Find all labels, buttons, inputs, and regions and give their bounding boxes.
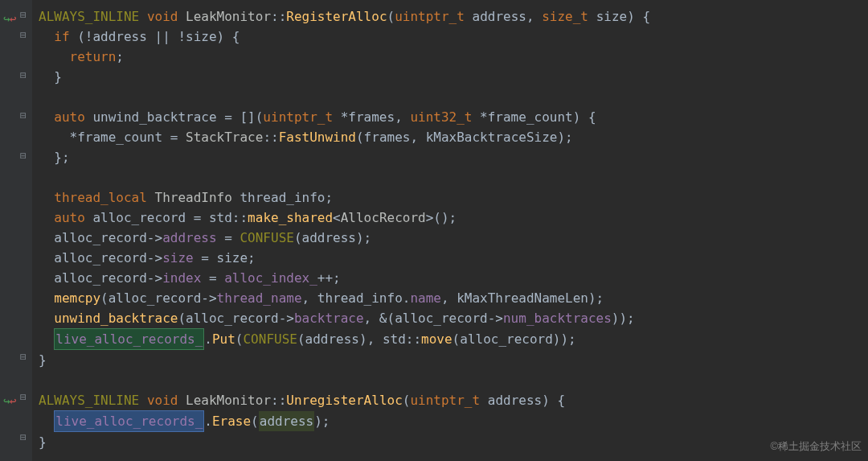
identifier: thread_info — [317, 288, 403, 308]
function-token: unwind_backtrace — [54, 308, 178, 328]
code-line[interactable]: }; — [39, 147, 868, 167]
fold-end-icon[interactable]: ⊟ — [18, 351, 29, 362]
code-line[interactable]: } — [39, 350, 868, 370]
code-line[interactable]: live_alloc_records_.Put(CONFUSE(address)… — [39, 328, 868, 350]
highlighted-identifier: live_alloc_records_ — [54, 328, 204, 350]
function-token: Put — [212, 329, 235, 349]
identifier: address — [92, 27, 146, 47]
macro-token: CONFUSE — [240, 228, 293, 248]
code-line[interactable]: return; — [39, 47, 868, 67]
fold-end-icon[interactable]: ⊟ — [18, 431, 29, 442]
field-token: index — [162, 268, 201, 288]
code-line[interactable]: thread_local ThreadInfo thread_info; — [39, 187, 868, 208]
code-line[interactable]: alloc_record->index = alloc_index_++; — [39, 268, 868, 288]
class-token: AllocRecord — [341, 208, 426, 228]
type-token: uint32_t — [410, 107, 472, 127]
code-line[interactable]: *frame_count = StackTrace::FastUnwind(fr… — [39, 127, 868, 147]
param-token: frame_count — [488, 107, 573, 127]
fold-toggle-icon[interactable]: ⊟ — [18, 9, 29, 20]
type-token: uintptr_t — [410, 390, 480, 410]
field-token: num_backtraces — [503, 308, 612, 328]
keyword-token: auto — [54, 107, 85, 127]
field-token: thread_name — [217, 288, 302, 308]
code-line[interactable]: if (!address || !size) { — [39, 27, 868, 47]
fold-end-icon[interactable]: ⊟ — [18, 150, 29, 161]
function-token: move — [421, 329, 452, 349]
identifier: address — [305, 329, 359, 349]
identifier: frame_count — [77, 127, 162, 147]
identifier: alloc_record — [54, 248, 147, 268]
highlighted-identifier: live_alloc_records_ — [54, 410, 204, 432]
identifier: alloc_record — [395, 308, 488, 328]
type-token: size_t — [542, 6, 588, 27]
watermark-text: ©稀土掘金技术社区 — [770, 436, 862, 456]
field-token: backtrace — [294, 308, 364, 328]
keyword-token: auto — [54, 208, 85, 228]
highlighted-param: address — [259, 411, 314, 431]
field-token: address — [162, 228, 216, 248]
function-token: memcpy — [54, 288, 100, 308]
class-token: LeakMonitor — [186, 6, 271, 27]
code-line[interactable] — [39, 167, 868, 187]
keyword-token: return — [70, 47, 117, 67]
code-line[interactable]: } — [39, 432, 868, 452]
identifier: size — [217, 248, 248, 268]
class-token: StackTrace — [186, 127, 263, 147]
code-line[interactable]: alloc_record->size = size; — [39, 248, 868, 268]
field-token: size — [162, 248, 194, 268]
code-line[interactable]: memcpy(alloc_record->thread_name, thread… — [39, 288, 868, 308]
code-line[interactable]: ALWAYS_INLINE void LeakMonitor::Register… — [39, 6, 868, 27]
fold-toggle-icon[interactable]: ⊟ — [18, 391, 29, 402]
function-token: FastUnwind — [279, 127, 356, 147]
function-token: make_shared — [248, 208, 333, 228]
function-token: RegisterAlloc — [286, 6, 387, 27]
code-line[interactable]: } — [39, 67, 868, 87]
keyword-token: if — [54, 27, 69, 47]
code-line[interactable] — [39, 87, 868, 107]
class-token: ThreadInfo — [155, 187, 232, 208]
code-line[interactable] — [39, 370, 868, 390]
macro-token: ALWAYS_INLINE — [39, 390, 139, 410]
param-token: size — [596, 6, 628, 27]
code-line[interactable]: alloc_record->address = CONFUSE(address)… — [39, 228, 868, 248]
identifier: address — [302, 228, 356, 248]
code-line[interactable]: auto unwind_backtrace = [](uintptr_t *fr… — [39, 107, 868, 127]
code-line[interactable]: unwind_backtrace(alloc_record->backtrace… — [39, 308, 868, 328]
class-token: LeakMonitor — [186, 390, 271, 410]
identifier: alloc_record — [460, 329, 553, 349]
field-token: name — [410, 288, 441, 308]
fold-toggle-icon[interactable]: ⊟ — [18, 109, 29, 121]
keyword-token: void — [147, 390, 178, 410]
fold-end-icon[interactable]: ⊟ — [18, 69, 29, 80]
code-editor[interactable]: ↪ ↩ ⊟ ⊟ ⊟ ⊟ ⊟ ⊟ ↪ ↩ ⊟ ⊟ ALWAYS_INLINE vo… — [0, 0, 868, 461]
identifier: kMaxBacktraceSize — [426, 127, 558, 147]
code-area[interactable]: ALWAYS_INLINE void LeakMonitor::Register… — [32, 0, 868, 452]
gutter: ↪ ↩ ⊟ ⊟ ⊟ ⊟ ⊟ ⊟ ↪ ↩ ⊟ ⊟ — [0, 0, 32, 461]
fold-toggle-icon[interactable]: ⊟ — [18, 29, 29, 40]
identifier: thread_info — [240, 187, 325, 208]
identifier: alloc_record — [54, 228, 147, 248]
code-line[interactable]: ALWAYS_INLINE void LeakMonitor::Unregist… — [39, 390, 868, 410]
keyword-token: thread_local — [54, 187, 147, 208]
namespace-token: std — [383, 329, 406, 349]
identifier: alloc_record — [186, 308, 279, 328]
param-token: frames — [348, 107, 395, 127]
code-line[interactable]: auto alloc_record = std::make_shared<All… — [39, 208, 868, 228]
type-token: uintptr_t — [395, 6, 465, 27]
identifier: kMaxThreadNameLen — [457, 288, 588, 308]
function-token: Erase — [212, 411, 251, 431]
identifier: frames — [364, 127, 411, 147]
identifier: unwind_backtrace — [92, 107, 216, 127]
keyword-token: void — [147, 6, 178, 27]
type-token: uintptr_t — [263, 107, 333, 127]
identifier: alloc_record — [108, 288, 202, 308]
param-token: address — [488, 390, 542, 410]
identifier: size — [186, 27, 217, 47]
code-line[interactable]: live_alloc_records_.Erase(address); — [39, 410, 868, 432]
namespace-token: std — [209, 208, 232, 228]
field-token: alloc_index_ — [224, 268, 317, 288]
function-token: UnregisterAlloc — [286, 390, 403, 410]
macro-token: CONFUSE — [243, 329, 297, 349]
identifier: alloc_record — [92, 208, 186, 228]
param-token: address — [473, 6, 526, 27]
